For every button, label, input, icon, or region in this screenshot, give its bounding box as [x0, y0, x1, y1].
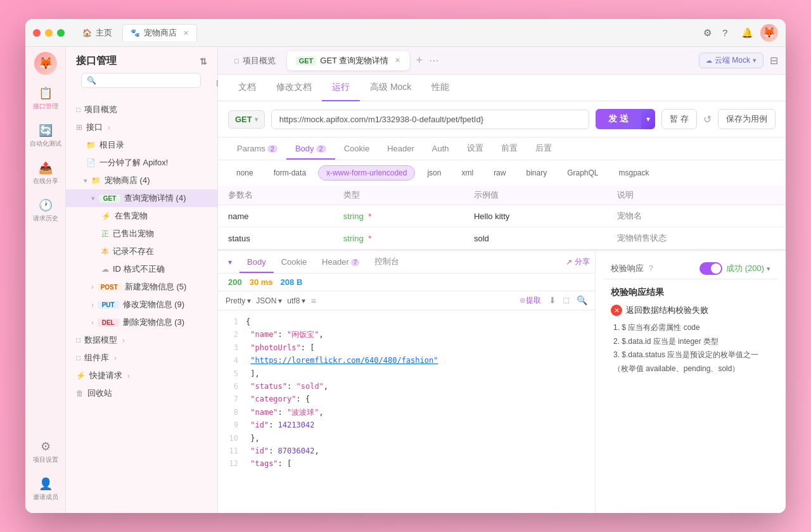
params-tab-params[interactable]: Params2: [228, 139, 286, 160]
send-arrow-button[interactable]: ▾: [641, 109, 655, 129]
tree-item-intro-apifox[interactable]: 📄 一分钟了解 Apifox!: [66, 154, 217, 172]
help-icon[interactable]: ?: [722, 27, 734, 39]
sub-tab-edit-doc[interactable]: 修改文档: [266, 75, 322, 101]
tab-get-pet[interactable]: GET GET 查询宠物详情 ✕: [287, 51, 410, 70]
params-tab-pre[interactable]: 前置: [492, 137, 527, 160]
json-line: 4 "https://loremflickr.com/640/480/fashi…: [228, 354, 585, 367]
save-example-button[interactable]: 保存为用例: [718, 109, 776, 129]
params-tab-body[interactable]: Body2: [286, 139, 335, 160]
body-type-raw[interactable]: raw: [485, 165, 514, 180]
body-type-graphql[interactable]: GraphQL: [559, 165, 606, 180]
sidebar-item-project-settings[interactable]: ⚙ 项目设置: [25, 433, 65, 471]
method-select[interactable]: GET ▾: [228, 110, 265, 129]
home-tab[interactable]: 🏠 主页: [75, 25, 120, 41]
body-type-msgpack[interactable]: msgpack: [611, 165, 658, 180]
tree-item-data-models[interactable]: □ 数据模型 ›: [66, 331, 217, 349]
body-type-urlencoded[interactable]: x-www-form-urlencoded: [318, 165, 415, 180]
tree-item-pet-sold[interactable]: 正 已售出宠物: [66, 225, 217, 243]
tree-item-api-folder[interactable]: ⊞ 接口 ›: [66, 118, 217, 136]
body-type-binary[interactable]: binary: [518, 165, 555, 180]
sidebar-item-request-history[interactable]: 🕐 请求历史: [25, 192, 65, 229]
sub-tab-doc[interactable]: 文档: [228, 75, 266, 101]
param-type-status: string *: [333, 227, 464, 250]
sub-tab-performance[interactable]: 性能: [421, 75, 459, 101]
params-tab-auth[interactable]: Auth: [423, 139, 458, 160]
cloud-mock-badge[interactable]: ☁ 云端 Mock ▾: [699, 53, 763, 68]
json-line: 6 "status": "sold",: [228, 380, 585, 393]
send-button[interactable]: 发 送: [596, 109, 641, 129]
collapse-arrow[interactable]: ▾: [226, 258, 239, 267]
tree-item-components[interactable]: □ 组件库 ›: [66, 349, 217, 367]
params-tab-header[interactable]: Header: [378, 139, 423, 160]
json-line: 10 },: [228, 432, 585, 445]
pet-not-exist-icon: 本: [101, 246, 109, 257]
search-response-icon[interactable]: 🔍: [577, 295, 587, 306]
sort-icon[interactable]: ⇅: [200, 56, 207, 66]
search-input[interactable]: [100, 76, 195, 85]
body-type-tabs: none form-data x-www-form-urlencoded jso…: [218, 160, 786, 186]
settings-icon[interactable]: ⚙: [703, 27, 715, 39]
pet-shop-tab[interactable]: 🐾 宠物商店 ✕: [122, 24, 197, 41]
validate-toggle-switch[interactable]: [699, 262, 722, 275]
avatar[interactable]: 🦊: [760, 24, 778, 42]
share-icon: ↗: [566, 258, 572, 267]
validation-item-2: 2. $.data.id 应当是 integer 类型: [613, 335, 770, 349]
tree-item-pet-shop-folder[interactable]: ▾ 📁 宠物商店 (4): [66, 172, 217, 189]
tree-item-put-pet-info[interactable]: › PUT 修改宠物信息 (9): [66, 296, 217, 314]
tab-project-overview[interactable]: □ 项目概览: [226, 51, 284, 70]
tree-item-quick-request[interactable]: ⚡ 快捷请求 ›: [66, 367, 217, 384]
tree-item-project-overview[interactable]: □ 项目概览: [66, 101, 217, 118]
tree-item-root-dir[interactable]: 📁 根目录: [66, 136, 217, 154]
tree-item-pet-for-sale[interactable]: ⚡ 在售宠物: [66, 207, 217, 225]
tree-item-get-pet-detail[interactable]: ▾ GET 查询宠物详情 (4): [66, 189, 217, 207]
body-type-none[interactable]: none: [228, 165, 262, 180]
close-button[interactable]: [33, 29, 41, 37]
tree-item-pet-id-invalid[interactable]: ☁ ID 格式不正确: [66, 260, 217, 278]
minimize-button[interactable]: [45, 29, 53, 37]
body-type-json[interactable]: json: [419, 165, 449, 180]
params-tab-post[interactable]: 后置: [527, 137, 561, 160]
sidebar-item-invite-member[interactable]: 👤 邀请成员: [25, 471, 65, 508]
notification-icon[interactable]: 🔔: [741, 27, 753, 39]
response-tab-cookie[interactable]: Cookie: [274, 252, 314, 273]
refresh-button[interactable]: ↺: [703, 113, 712, 125]
response-tab-console[interactable]: 控制台: [367, 251, 407, 274]
layout-icon[interactable]: ⊟: [770, 54, 778, 66]
share-button[interactable]: ↗ 分享: [561, 254, 595, 270]
format-icon[interactable]: ≡: [310, 296, 316, 306]
response-tab-body[interactable]: Body: [239, 252, 274, 273]
tree-item-recycle-bin[interactable]: 🗑 回收站: [66, 384, 217, 402]
copy-icon[interactable]: □: [564, 295, 569, 306]
json-line: 9 "id": 14213042: [228, 419, 585, 431]
validate-toggle: 成功 (200) ▾: [699, 262, 770, 275]
response-tab-header[interactable]: Header7: [314, 252, 367, 273]
json-select[interactable]: JSON ▾: [256, 296, 282, 305]
body-type-form-data[interactable]: form-data: [265, 165, 314, 180]
save-button[interactable]: 暂 存: [661, 109, 697, 129]
body-type-xml[interactable]: xml: [453, 165, 482, 180]
method-chevron-icon: ▾: [255, 116, 258, 123]
tab-get-close-icon[interactable]: ✕: [395, 56, 400, 65]
sidebar-item-auto-test[interactable]: 🔄 自动化测试: [25, 117, 65, 155]
maximize-button[interactable]: [57, 29, 65, 37]
pretty-chevron-icon: ▾: [247, 296, 251, 305]
url-input[interactable]: [271, 110, 590, 129]
sidebar-item-api-manage[interactable]: 📋 接口管理: [25, 80, 65, 117]
more-tabs-icon[interactable]: ⋯: [429, 54, 439, 66]
sub-tab-advanced-mock[interactable]: 高级 Mock: [360, 75, 421, 101]
response-size: 208 B: [281, 277, 303, 287]
params-tab-settings[interactable]: 设置: [458, 137, 492, 160]
tree-item-post-new-pet[interactable]: › POST 新建宠物信息 (5): [66, 278, 217, 296]
tab-close-icon[interactable]: ✕: [183, 29, 189, 37]
pretty-select[interactable]: Pretty ▾: [226, 296, 251, 305]
sub-tab-run[interactable]: 运行: [322, 75, 360, 101]
add-tab-icon[interactable]: +: [412, 54, 426, 67]
mock-chevron-icon: ▾: [753, 56, 757, 65]
download-icon[interactable]: ⬇: [549, 295, 556, 306]
params-tab-cookie[interactable]: Cookie: [335, 139, 378, 160]
extract-button[interactable]: ⊙提取: [520, 295, 541, 306]
encoding-select[interactable]: utf8 ▾: [287, 296, 305, 305]
tree-item-del-pet-info[interactable]: › DEL 删除宠物信息 (3): [66, 314, 217, 331]
tree-item-pet-not-exist[interactable]: 本 记录不存在: [66, 243, 217, 260]
sidebar-item-online-share[interactable]: 📤 在线分享: [25, 155, 65, 192]
